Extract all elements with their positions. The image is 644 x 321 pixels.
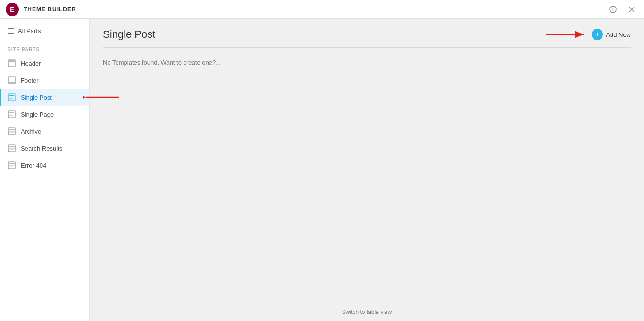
logo-icon: E (6, 3, 19, 16)
hamburger-icon (8, 28, 14, 34)
add-new-button[interactable]: + Add New (592, 29, 631, 40)
sidebar-label-footer: Footer (21, 77, 39, 84)
sidebar-item-error-404[interactable]: Error 404 (0, 157, 89, 174)
sidebar-item-footer[interactable]: Footer (0, 72, 89, 89)
svg-rect-19 (9, 131, 15, 132)
all-parts-item[interactable]: All Parts (0, 23, 89, 39)
all-parts-label: All Parts (18, 27, 41, 34)
close-button[interactable] (625, 3, 638, 16)
svg-rect-10 (9, 97, 14, 97)
svg-text:i: i (612, 7, 613, 12)
sidebar-label-header: Header (21, 60, 41, 67)
info-icon: i (609, 6, 617, 13)
topbar: E THEME BUILDER i (0, 0, 644, 19)
topbar-left: E THEME BUILDER (6, 3, 76, 16)
logo-letter: E (10, 6, 14, 13)
close-icon (629, 7, 635, 12)
svg-rect-7 (8, 82, 15, 84)
sidebar-item-header[interactable]: Header (0, 55, 89, 72)
single-post-icon (8, 93, 16, 101)
single-page-icon (8, 110, 16, 118)
app-title: THEME BUILDER (24, 6, 76, 13)
sidebar-item-archive[interactable]: Archive (0, 123, 89, 140)
svg-rect-9 (9, 95, 14, 96)
right-arrow-annotation (545, 29, 588, 40)
svg-rect-5 (8, 60, 15, 62)
sidebar-label-error-404: Error 404 (21, 162, 46, 169)
svg-rect-24 (9, 149, 13, 150)
svg-rect-16 (9, 115, 13, 116)
page-title: Single Post (103, 28, 155, 41)
error-404-icon (8, 161, 16, 169)
sidebar-item-single-page[interactable]: Single Page (0, 106, 89, 123)
svg-rect-20 (9, 132, 15, 133)
site-parts-section-label: SITE PARTS (0, 39, 89, 55)
svg-rect-27 (9, 165, 15, 166)
switch-view-label: Switch to table view (342, 309, 392, 315)
no-templates-message: No Templates found. Want to create one?.… (103, 59, 631, 66)
svg-rect-23 (9, 148, 15, 149)
svg-rect-26 (9, 163, 15, 164)
content-header: Single Post + Add New (90, 19, 644, 41)
footer-icon (8, 76, 16, 84)
svg-rect-11 (9, 98, 13, 99)
svg-rect-15 (9, 114, 14, 114)
content-body: No Templates found. Want to create one?.… (90, 48, 644, 303)
main-layout: All Parts SITE PARTS Header Footer (0, 19, 644, 321)
add-new-plus-icon: + (592, 29, 603, 40)
sidebar-item-single-post[interactable]: Single Post (0, 89, 89, 106)
svg-rect-22 (9, 146, 15, 147)
sidebar-label-search-results: Search Results (21, 145, 62, 152)
info-button[interactable]: i (606, 3, 619, 16)
content-area: Single Post + Add New (90, 19, 644, 321)
add-new-label: Add New (606, 31, 631, 38)
add-new-area: + Add New (545, 29, 631, 40)
sidebar-label-single-page: Single Page (21, 111, 54, 118)
sidebar: All Parts SITE PARTS Header Footer (0, 19, 90, 321)
sidebar-item-search-results[interactable]: Search Results (0, 140, 89, 157)
topbar-right: i (606, 3, 638, 16)
header-icon (8, 59, 16, 68)
search-results-icon (8, 144, 16, 152)
svg-rect-28 (9, 166, 13, 167)
sidebar-label-single-post: Single Post (21, 94, 52, 101)
switch-view-button[interactable]: Switch to table view (90, 303, 644, 321)
right-arrow-svg (545, 29, 588, 40)
archive-icon (8, 127, 16, 135)
svg-rect-18 (9, 129, 15, 130)
svg-rect-14 (9, 112, 14, 113)
sidebar-label-archive: Archive (21, 128, 41, 135)
